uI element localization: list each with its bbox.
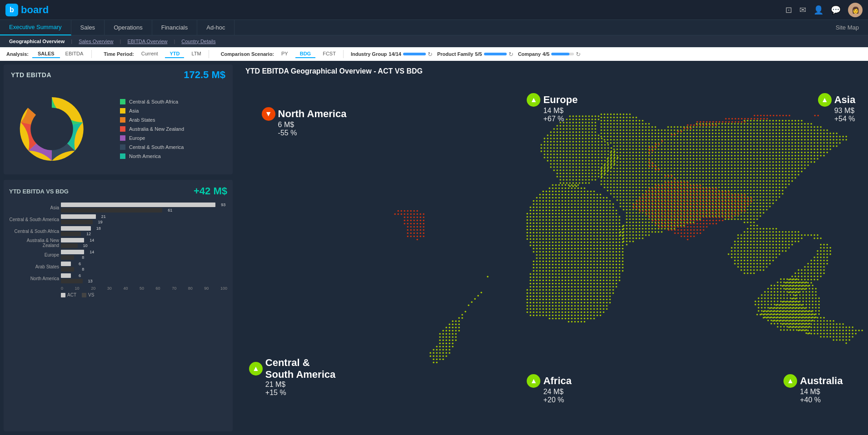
comparison-group: Comparison Scenario: PY BDG FCST [221, 50, 340, 58]
x-label-40: 40 [123, 286, 128, 291]
legend-color-arab [120, 117, 125, 123]
analysis-sep-1 [91, 50, 92, 58]
comp-py[interactable]: PY [277, 50, 293, 58]
analysis-bar: Analysis: SALES EBITDA Time Period: Curr… [0, 47, 868, 61]
bar-label: Asia [9, 205, 59, 210]
svg-point-0 [30, 108, 73, 150]
logo-text: board [21, 4, 49, 16]
mail-icon[interactable]: ✉ [799, 5, 806, 15]
bar-label: North America [9, 276, 59, 281]
company-label: Company [518, 51, 541, 57]
nav-bar: Executive Summary Sales Operations Finan… [0, 20, 868, 35]
time-current[interactable]: Current [137, 50, 163, 58]
legend-label-csa: Central & South America [129, 144, 184, 150]
subnav-country[interactable]: Country Details [177, 39, 220, 44]
industry-group-filter: Industry Group 14/14 ↻ [351, 51, 433, 58]
bar-act: 14 [61, 250, 84, 254]
analysis-btn-sales[interactable]: SALES [32, 50, 60, 58]
bar-label: Arab States [9, 264, 59, 269]
bar-chart-section: YTD EBITDA VS BDG +42 M$ Asia9361Central… [4, 180, 233, 431]
company-refresh[interactable]: ↻ [576, 51, 581, 58]
top-bar: b board ⊡ ✉ 👤 💬 👩 [0, 0, 868, 20]
nav-financials[interactable]: Financials [152, 20, 198, 35]
comp-fcst[interactable]: FCST [318, 50, 340, 58]
legend-label-na: North America [129, 153, 161, 159]
logo-b-icon: b [5, 4, 18, 16]
legend-item-arab: Arab States [120, 117, 184, 123]
bar-act: 93 [61, 203, 215, 207]
nav-operations[interactable]: Operations [105, 20, 152, 35]
bar-tracks: 613 [61, 273, 227, 283]
bar-row: Europe148 [9, 250, 227, 260]
x-label-50: 50 [140, 286, 144, 291]
company-value: 4/5 [543, 51, 549, 57]
bar-chart-title: YTD EBITDA VS BDG [9, 188, 69, 195]
legend-label-asia: Asia [129, 108, 139, 114]
bar-tracks: 1812 [61, 226, 227, 236]
bar-row: Central & South Africa1812 [9, 226, 227, 236]
x-label-10: 10 [75, 286, 80, 291]
avatar[interactable]: 👩 [848, 3, 863, 17]
legend-label-arab: Arab States [129, 117, 155, 123]
bar-tracks: 68 [61, 262, 227, 272]
industry-group-refresh[interactable]: ↻ [428, 51, 433, 58]
site-map-link[interactable]: Site Map [836, 24, 868, 31]
legend-color-africa [120, 99, 125, 104]
x-label-80: 80 [188, 286, 193, 291]
product-family-refresh[interactable]: ↻ [509, 51, 514, 58]
bar-row: Australia & New Zealand1410 [9, 238, 227, 248]
x-label-0: 0 [61, 286, 63, 291]
analysis-btn-ebitda[interactable]: EBITDA [60, 50, 89, 58]
nav-sales[interactable]: Sales [71, 20, 105, 35]
legend-color-csa [120, 144, 125, 150]
bar-vs-value: 12 [86, 232, 91, 236]
main-content: YTD EBITDA 172.5 M$ [0, 61, 868, 435]
bar-vs: 10 [61, 243, 78, 248]
bar-act-value: 18 [96, 226, 101, 231]
bar-tracks: 2119 [61, 214, 227, 224]
industry-group-value: 14/14 [389, 51, 401, 57]
bar-act-value: 21 [101, 214, 106, 219]
legend-label-africa: Central & South Africa [129, 99, 178, 104]
subnav-sales[interactable]: Sales Overview [74, 39, 118, 44]
sub-nav: Geographical Overview | Sales Overview |… [0, 35, 868, 47]
nav-adhoc[interactable]: Ad-hoc [197, 20, 234, 35]
time-ytd[interactable]: YTD [165, 50, 184, 58]
bar-act: 18 [61, 226, 91, 231]
subnav-ebitda[interactable]: EBITDA Overview [123, 39, 172, 44]
x-label-70: 70 [172, 286, 176, 291]
comp-bdg[interactable]: BDG [295, 50, 315, 58]
chat-icon[interactable]: 💬 [831, 5, 841, 15]
legend-color-aus [120, 126, 125, 132]
map-canvas [236, 79, 868, 432]
time-period-label: Time Period: [104, 51, 134, 57]
subnav-geographical[interactable]: Geographical Overview [5, 39, 69, 44]
industry-group-label: Industry Group [351, 51, 387, 57]
bar-act: 21 [61, 214, 96, 219]
analysis-sep-3 [343, 50, 344, 58]
legend-vs: VS [82, 292, 94, 297]
bar-vs-value: 8 [82, 267, 84, 272]
bar-act-value: 93 [221, 203, 225, 207]
comparison-label: Comparison Scenario: [221, 51, 274, 57]
bar-act: 6 [61, 273, 71, 278]
x-label-60: 60 [156, 286, 160, 291]
bar-tracks: 1410 [61, 238, 227, 248]
bar-vs-value: 19 [98, 220, 103, 224]
bar-act: 6 [61, 262, 71, 266]
nav-executive-summary[interactable]: Executive Summary [0, 20, 71, 35]
bar-chart: Asia9361Central & South America2119Centr… [9, 203, 227, 283]
legend-item-na: North America [120, 153, 184, 159]
product-family-value: 5/5 [475, 51, 482, 57]
time-period-group: Time Period: Current YTD LTM [104, 50, 205, 58]
legend-item-aus: Australia & New Zealand [120, 126, 184, 132]
bar-x-labels: 0 10 20 30 40 50 60 70 80 90 100 [61, 286, 227, 291]
legend-item-csa: Central & South America [120, 144, 184, 150]
bar-row: Arab States68 [9, 262, 227, 272]
product-family-filter: Product Family 5/5 ↻ [437, 51, 514, 58]
bar-vs: 19 [61, 220, 93, 224]
screen-icon[interactable]: ⊡ [785, 5, 792, 15]
map-title: YTD EBITDA Geographical Overview - ACT V… [236, 61, 868, 79]
users-icon[interactable]: 👤 [813, 5, 823, 15]
time-ltm[interactable]: LTM [187, 50, 205, 58]
